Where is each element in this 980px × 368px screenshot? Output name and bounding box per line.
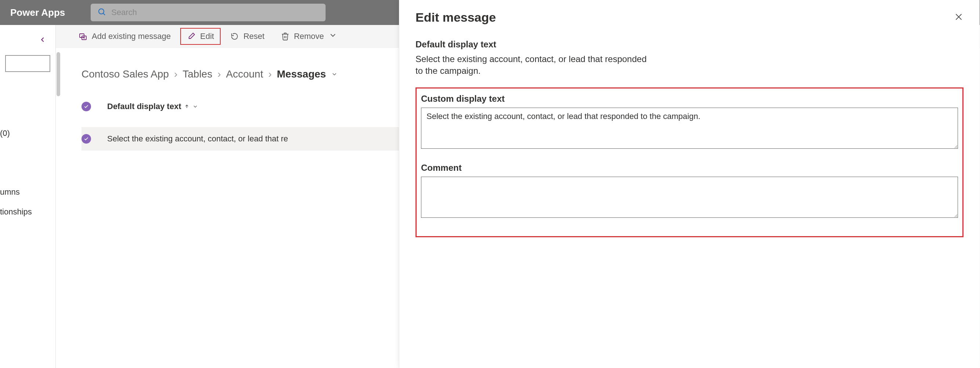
chevron-right-icon: ›: [217, 69, 221, 80]
column-label: Default display text: [107, 102, 181, 111]
nav-item-columns[interactable]: umns: [0, 182, 56, 202]
sort-asc-icon: [184, 104, 189, 109]
crumb-tables[interactable]: Tables: [183, 69, 213, 80]
row-select[interactable]: [81, 134, 107, 143]
add-existing-message-button[interactable]: Add existing message: [72, 28, 177, 45]
field-value: Select the existing account, contact, or…: [415, 53, 651, 77]
close-button[interactable]: [954, 12, 964, 23]
add-existing-label: Add existing message: [92, 32, 171, 41]
nav-item-relationships[interactable]: tionships: [0, 202, 56, 222]
edit-button[interactable]: Edit: [180, 28, 221, 45]
default-display-text-field: Default display text Select the existing…: [415, 39, 964, 77]
nav-count: (0): [0, 123, 56, 182]
field-label: Comment: [421, 163, 958, 173]
remove-button[interactable]: Remove: [274, 27, 344, 46]
check-icon: [81, 134, 91, 143]
edit-label: Edit: [200, 32, 214, 41]
search-input[interactable]: [111, 8, 319, 17]
check-icon: [81, 102, 91, 111]
back-button[interactable]: [0, 32, 56, 55]
edit-message-panel: Edit message Default display text Select…: [399, 0, 980, 368]
comment-field: Comment: [421, 163, 958, 219]
search-icon: [97, 7, 106, 18]
svg-line-1: [103, 14, 105, 16]
app-brand: Power Apps: [10, 7, 65, 18]
scrollbar[interactable]: [57, 52, 60, 96]
crumb-entity[interactable]: Account: [226, 69, 263, 80]
field-label: Custom display text: [421, 94, 958, 104]
editable-fields-highlight: Custom display text Comment: [415, 88, 964, 237]
chevron-right-icon: ›: [174, 69, 177, 80]
custom-display-text-input[interactable]: [421, 108, 958, 149]
reset-label: Reset: [243, 32, 264, 41]
nav-search-box[interactable]: [5, 55, 50, 72]
custom-display-text-field: Custom display text: [421, 94, 958, 150]
comment-input[interactable]: [421, 177, 958, 218]
global-search[interactable]: [91, 4, 326, 21]
chevron-down-icon[interactable]: [331, 71, 338, 78]
reset-button[interactable]: Reset: [224, 28, 271, 45]
svg-point-0: [99, 9, 104, 14]
crumb-section: Messages: [277, 69, 326, 80]
remove-label: Remove: [294, 32, 324, 41]
field-label: Default display text: [415, 39, 964, 49]
chevron-right-icon: ›: [268, 69, 272, 80]
chevron-down-icon: [192, 104, 198, 110]
chevron-down-icon: [328, 31, 337, 42]
left-nav: (0) umns tionships: [0, 25, 56, 368]
select-all-toggle[interactable]: [81, 102, 107, 111]
crumb-app[interactable]: Contoso Sales App: [81, 69, 169, 80]
panel-title: Edit message: [415, 10, 496, 25]
